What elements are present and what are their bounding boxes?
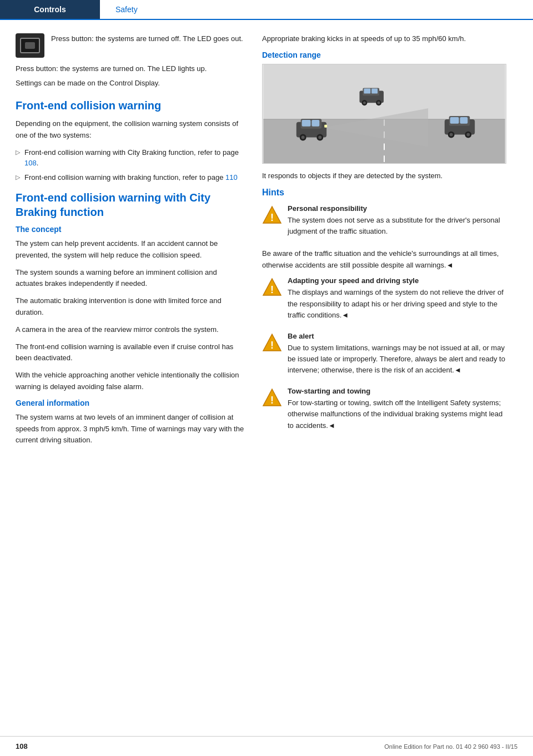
svg-rect-7 — [302, 120, 311, 127]
bullet2-link[interactable]: 110 — [225, 173, 238, 182]
svg-point-21 — [466, 133, 470, 136]
svg-point-12 — [318, 135, 321, 139]
settings-text: Settings can be made on the Control Disp… — [16, 78, 244, 89]
bullet2-text: Front-end collision warning with braking… — [24, 172, 238, 183]
header: Controls Safety — [0, 0, 533, 20]
warning-triangle-2: ! — [262, 278, 282, 298]
detection-svg — [263, 64, 506, 163]
footer: 108 Online Edition for Part no. 01 40 2 … — [0, 736, 533, 756]
hint1-block: ! Personal responsibility The system doe… — [262, 204, 506, 241]
warning-triangle-3: ! — [262, 333, 282, 353]
hint4-block: ! Tow-starting and towing For tow-starti… — [262, 387, 506, 435]
main-content: Press button: the systems are turned off… — [0, 20, 533, 452]
section1-body1: Depending on the equipment, the collisio… — [16, 118, 244, 142]
svg-rect-24 — [364, 88, 370, 93]
hint2-warning-icon: ! — [262, 278, 282, 298]
general-info-body: The system warns at two levels of an imm… — [16, 412, 244, 446]
svg-text:!: ! — [270, 212, 274, 223]
left-column: Press button: the systems are turned off… — [0, 33, 255, 452]
svg-rect-17 — [460, 117, 467, 124]
bullet1-text: Front-end collision warning with City Br… — [24, 147, 244, 169]
hint1-title: Personal responsibility — [288, 204, 506, 213]
hint3-content: Be alert Due to system limitations, warn… — [288, 332, 506, 380]
hints-heading: Hints — [262, 188, 506, 198]
detection-body: It responds to objects if they are detec… — [262, 170, 506, 182]
concept-heading: The concept — [16, 225, 244, 234]
button-icon — [16, 33, 44, 58]
hint2-body: The displays and warnings of the system … — [288, 287, 506, 320]
hint2-block: ! Adapting your speed and driving style … — [262, 276, 506, 325]
detection-image — [262, 64, 506, 164]
svg-rect-8 — [311, 120, 319, 127]
hint3-warning-icon: ! — [262, 333, 282, 353]
svg-rect-13 — [324, 125, 327, 128]
svg-text:!: ! — [270, 395, 274, 406]
hint2-content: Adapting your speed and driving style Th… — [288, 276, 506, 325]
bullet-arrow-1: ▷ — [16, 148, 20, 157]
concept-body3: The automatic braking intervention is do… — [16, 295, 244, 319]
hint3-block: ! Be alert Due to system limitations, wa… — [262, 332, 506, 380]
general-info-heading: General information — [16, 399, 244, 407]
bullet-arrow-2: ▷ — [16, 173, 20, 182]
hint4-body: For tow-starting or towing, switch off t… — [288, 397, 506, 431]
button-icon-inner — [20, 38, 40, 53]
svg-point-28 — [363, 102, 366, 104]
concept-body5: The front-end collision warning is avail… — [16, 341, 244, 365]
press-btn-off-text: Press button: the systems are turned off… — [51, 33, 243, 44]
press-btn-on-text: Press button: the systems are turned on.… — [16, 63, 244, 74]
page-number: 108 — [16, 742, 28, 750]
hint4-title: Tow-starting and towing — [288, 387, 506, 395]
bullet1-link[interactable]: 108 — [24, 159, 37, 167]
right-column: Appropriate braking kicks in at speeds o… — [255, 33, 522, 452]
section2-heading: Front-end collision warning with City Br… — [16, 190, 244, 219]
hint1-body: The system does not serve as a substitut… — [288, 215, 506, 237]
warning-triangle-4: ! — [262, 388, 282, 408]
detection-heading: Detection range — [262, 51, 506, 59]
tab-controls[interactable]: Controls — [0, 0, 100, 19]
bullet-item-1: ▷ Front-end collision warning with City … — [16, 147, 244, 169]
svg-text:!: ! — [270, 340, 274, 351]
hint1-warning-icon: ! — [262, 205, 282, 225]
braking-text: Appropriate braking kicks in at speeds o… — [262, 33, 506, 45]
hint2-title: Adapting your speed and driving style — [288, 276, 506, 285]
concept-body6: With the vehicle approaching another veh… — [16, 370, 244, 393]
hint4-warning-icon: ! — [262, 388, 282, 408]
concept-body2: The system sounds a warning before an im… — [16, 267, 244, 290]
svg-text:!: ! — [270, 284, 274, 295]
concept-body4: A camera in the area of the rearview mir… — [16, 324, 244, 336]
hint3-title: Be alert — [288, 332, 506, 340]
tab-safety[interactable]: Safety — [100, 0, 153, 20]
svg-rect-16 — [450, 117, 459, 124]
press-button-off-row: Press button: the systems are turned off… — [16, 33, 244, 58]
hint4-content: Tow-starting and towing For tow-starting… — [288, 387, 506, 435]
bullet-list: ▷ Front-end collision warning with City … — [16, 147, 244, 183]
footer-online-text: Online Edition for Part no. 01 40 2 960 … — [384, 743, 517, 750]
svg-point-29 — [378, 102, 380, 104]
concept-body1: The ystem can help prevent accidents. If… — [16, 238, 244, 261]
hint3-body: Due to system limitations, warnings may … — [288, 342, 506, 376]
svg-point-11 — [301, 135, 305, 139]
section1-heading: Front-end collision warning — [16, 98, 244, 113]
svg-point-20 — [450, 133, 453, 136]
hint1-content: Personal responsibility The system does … — [288, 204, 506, 241]
hint1-body2: Be aware of the traffic situation and th… — [262, 248, 506, 271]
bullet-item-2: ▷ Front-end collision warning with braki… — [16, 172, 244, 183]
warning-triangle-1: ! — [262, 205, 282, 225]
svg-rect-25 — [371, 88, 378, 93]
